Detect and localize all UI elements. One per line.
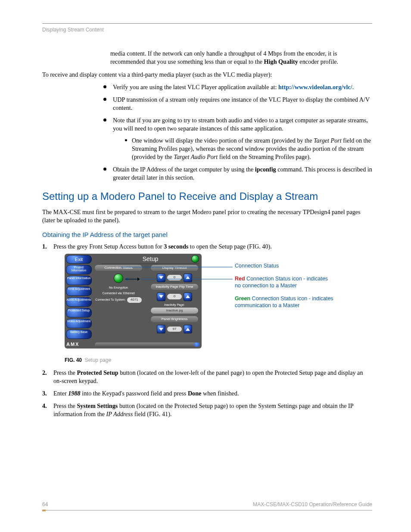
heading-1: Setting up a Modero Panel to Receive and… <box>42 190 372 203</box>
figure-caption: FIG. 40 Setup page <box>65 357 372 364</box>
sub-bullet-list: One window will display the video portio… <box>125 137 372 162</box>
step-number: 2. <box>42 369 47 377</box>
s3-b2: Done <box>188 390 202 397</box>
s1-b: 3 seconds <box>164 243 188 250</box>
sidebar-btn-time[interactable]: Time Adjustment <box>66 286 92 296</box>
footer: 64 MAX-CSE/MAX-CSD10 Operation/Reference… <box>42 501 372 511</box>
up-button[interactable] <box>184 325 192 333</box>
bullet-item: Obtain the IP Address of the target comp… <box>103 165 372 182</box>
intro-post: encoder profile. <box>298 58 338 65</box>
step-item: 3. Enter 1988 into the Keypad's password… <box>42 389 372 398</box>
figure-caption-text: Setup page <box>85 357 111 363</box>
s2-b: Protected Setup <box>77 369 118 376</box>
sidebar-btn-battery[interactable]: Battery Base <box>66 330 92 339</box>
triangle-down-icon <box>159 328 163 331</box>
header-rule <box>42 23 372 24</box>
brightness-control: 97 <box>151 325 198 333</box>
step-number: 3. <box>42 389 47 398</box>
brightness-value: 97 <box>167 327 182 332</box>
s3-mid: into the Keypad's password field and pre… <box>81 390 188 397</box>
footer-rule <box>42 510 372 511</box>
bullet1-pre: Verify you are using the latest VLC Play… <box>113 84 278 90</box>
figure-40: Setup Exit Project Information Panel Inf… <box>65 254 372 355</box>
running-head: Displaying Stream Content <box>42 26 372 33</box>
bullet-list: Verify you are using the latest VLC Play… <box>103 83 372 182</box>
inactivity-page-value: Inactive.pg <box>151 308 198 314</box>
triangle-up-icon <box>186 328 190 331</box>
step-item: 4. Press the System Settings button (loc… <box>42 402 372 418</box>
h1-paragraph: The MAX-CSE must first be prepared to st… <box>42 208 372 224</box>
inactivity-page-label: Inactivity Page: <box>151 303 198 307</box>
page-number: 64 <box>42 501 48 508</box>
callout-green-label: Green <box>235 296 250 302</box>
sub-i2: Target Audio Port <box>174 153 218 160</box>
figure-label: FIG. 40 <box>65 357 82 363</box>
amx-logo: AMX <box>66 341 79 348</box>
s1-pre: Press the grey Front Setup Access button… <box>53 243 164 250</box>
lead-paragraph: To receive and display content via a thi… <box>42 71 372 79</box>
sub-pre: One window will display the video portio… <box>132 137 314 144</box>
down-button[interactable] <box>157 325 165 333</box>
heading-2: Obtaining the IP Address of the target p… <box>42 230 372 239</box>
s3-pre: Enter <box>53 390 68 397</box>
step-number: 4. <box>42 402 47 410</box>
setup-bottom-bar <box>95 342 200 347</box>
exit-button[interactable]: Exit <box>66 255 92 264</box>
bullet4-pre: Obtain the IP Address of the target comp… <box>113 166 255 173</box>
callout-red-text: Connection Status icon - indicates no co… <box>235 276 328 289</box>
step-item: 1. Press the grey Front Setup Access but… <box>42 243 372 363</box>
s4-pre: Press the <box>53 402 77 409</box>
s3-bi: 1988 <box>68 390 80 397</box>
title-status-dot <box>191 255 199 263</box>
callout-connection-status: Connection Status <box>235 262 279 270</box>
vlc-link[interactable]: http://www.videolan.org/vlc/ <box>278 84 352 90</box>
sidebar-btn-project-info[interactable]: Project Information <box>66 265 92 274</box>
sidebar-btn-protected[interactable]: Protected Setup <box>66 308 92 317</box>
s3-post: when finished. <box>201 390 239 397</box>
s4-i: IP Address <box>106 411 133 417</box>
s1-post: to open the Setup page (FIG. 40). <box>188 243 271 250</box>
callout-green: Green Connection Status icon - indicates… <box>235 295 338 310</box>
intro-paragraph: media content. If the network can only h… <box>110 50 372 66</box>
sidebar-btn-audio[interactable]: Audio Adjustments <box>66 297 92 307</box>
bullet-item: Verify you are using the latest VLC Play… <box>103 83 372 91</box>
bullet3-text: Note that if you are going to try to str… <box>113 117 368 132</box>
steps-list: 1. Press the grey Front Setup Access but… <box>42 243 372 418</box>
sub-post: field on the Streaming Profiles page). <box>218 153 311 160</box>
callout-red: Red Connection Status icon - indicates n… <box>235 275 334 290</box>
footer-guide: MAX-CSE/MAX-CSD10 Operation/Reference Gu… <box>253 501 372 508</box>
sidebar-btn-video[interactable]: Video Adjustment <box>66 319 92 328</box>
s4-post: field (FIG. 41). <box>133 411 171 417</box>
setup-sidebar: Exit Project Information Panel Informati… <box>66 255 92 341</box>
bullet-item: UDP transmission of a stream only requir… <box>103 96 372 112</box>
bullet4-b: ipconfig <box>255 166 276 173</box>
sub-bullet-item: One window will display the video portio… <box>125 137 372 162</box>
callout-red-label: Red <box>235 276 245 282</box>
brightness-header: Panel Brightness <box>151 316 198 322</box>
setup-title: Setup <box>102 255 199 264</box>
step-number: 1. <box>42 243 47 251</box>
s2-pre: Press the <box>53 369 77 376</box>
bullet1-post: . <box>352 84 354 90</box>
step-item: 2. Press the Protected Setup button (loc… <box>42 369 372 385</box>
intro-bold: High Quality <box>264 58 298 65</box>
sub-i1: Target Port <box>314 137 342 144</box>
sidebar-btn-panel-info[interactable]: Panel Information <box>66 276 92 285</box>
s4-b: System Settings <box>77 402 118 409</box>
bullet-item: Note that if you are going to try to str… <box>103 116 372 161</box>
